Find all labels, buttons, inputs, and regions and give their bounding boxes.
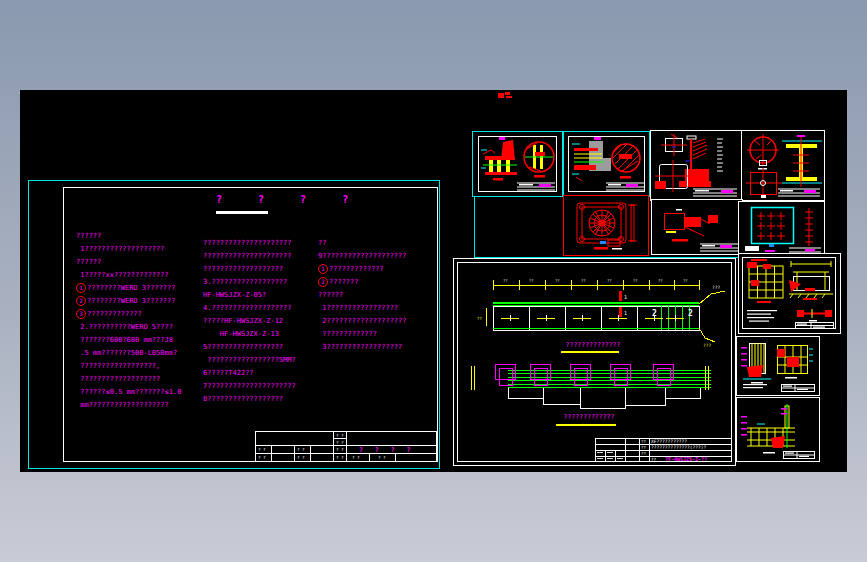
elevation-caption: ?????????????? — [563, 341, 623, 349]
detail-sheet-t4-drawing — [742, 131, 824, 200]
main-title-block: ?? ?? ?? XF??????????? ??????????????(??… — [595, 438, 732, 462]
note-line: 1????????WERO 3??????? — [76, 282, 208, 295]
detail-sheet-r2-drawing — [737, 337, 819, 395]
detail-sheet-m3[interactable] — [738, 201, 825, 257]
m3-title-strip — [789, 248, 821, 252]
flange-plan-detail — [655, 160, 691, 192]
tb-mark: ? ? — [336, 447, 344, 452]
m2-title-strip — [700, 244, 738, 251]
t2-title-strip — [606, 183, 644, 190]
leader-top-label: ??? — [712, 285, 720, 290]
cad-viewer-window: { "notes_sheet": { "title": "? ? ? ?", "… — [0, 0, 867, 562]
t1-title-strip — [517, 183, 555, 190]
detail-sheet-m2[interactable] — [651, 199, 743, 255]
girder-plan-figure — [471, 364, 711, 408]
circled-number-icon: 1 — [76, 283, 86, 293]
note-line: ??????????????????, — [76, 360, 208, 373]
tb-sheet-title: ? ? ? ? — [359, 446, 414, 454]
section-mark-label: 1 — [624, 310, 627, 316]
note-line: 3????????????? — [76, 308, 208, 321]
mast-detail — [679, 136, 723, 187]
r2-title-strip — [782, 385, 815, 392]
note-line: 3?????????????????? — [318, 341, 438, 354]
note-line: 7????????????????????? — [203, 380, 325, 393]
detail-sheet-t3[interactable] — [650, 130, 743, 201]
red-revision-mark — [497, 91, 513, 100]
dim-label: ?? — [503, 278, 508, 283]
tb-mark: ? ? — [297, 447, 305, 452]
detail-sheet-t1-drawing — [473, 132, 562, 196]
note-line: 1????????????? — [318, 263, 438, 276]
note-line: 1????????????????? — [318, 302, 438, 315]
note-line: .5 mm???????500-L050mm? — [76, 347, 208, 360]
ibeam-section-figure — [782, 135, 822, 187]
dim-label: ?? — [607, 278, 612, 283]
circled-number-icon: 2 — [76, 296, 86, 306]
tb-mark: ? ? — [336, 455, 344, 460]
note-line: 1??????????????????? — [76, 243, 208, 256]
note-line: HF-HWSJZX-Z-13 — [203, 328, 325, 341]
tb-mark: ? ? — [258, 455, 266, 460]
tb-field: ?? — [641, 439, 646, 444]
dim-label: ?? — [529, 278, 534, 283]
notes-title: ? ? ? ? — [216, 194, 336, 205]
note-line: ??????????????????? — [76, 373, 208, 386]
small-plate-detail — [661, 134, 687, 156]
circled-number-icon: 1 — [318, 264, 328, 274]
detail-sheet-t1[interactable] — [472, 131, 563, 197]
dim-label: ?? — [683, 278, 688, 283]
detail-sheet-r1[interactable] — [738, 253, 841, 334]
tb-field: ?? — [641, 445, 646, 450]
r3-title-strip — [784, 452, 815, 459]
tb-mark: ? ? — [258, 447, 266, 452]
tb-drawing-title: ??????????????(???)? — [651, 445, 707, 450]
circled-number-icon: 3 — [76, 309, 86, 319]
bracket-elevation-figure — [481, 137, 517, 181]
detail-sheet-r3-drawing — [737, 398, 819, 461]
main-girder-sheet[interactable]: ?? ?? ?? ?? ?? ?? ?? ?? 1 — [453, 258, 736, 466]
detail-sheet-m1[interactable] — [563, 195, 649, 256]
note-line: 2??????????????????? — [318, 315, 438, 328]
note-line: ??????????????????? — [203, 263, 325, 276]
note-line: HF-HWSJZX-Z-05? — [203, 289, 325, 302]
note-line: ?????????????????5MM? — [203, 354, 325, 367]
note-line: ?????? — [76, 256, 208, 269]
tb-mark: ? ? — [378, 455, 386, 460]
column-section-figure — [741, 343, 771, 384]
plan-caption: ????????????? — [558, 413, 620, 421]
left-dim-label: ?? — [477, 316, 482, 321]
r1-notes-lines — [747, 310, 777, 322]
anchor-bolt-crosses — [757, 212, 785, 240]
detail-sheet-m3-drawing — [739, 202, 824, 256]
deck-section-figure — [741, 404, 795, 454]
clamp-part-figure — [665, 209, 719, 242]
tb-project-name: XF??????????? — [651, 439, 687, 444]
dim-label: ?? — [581, 278, 586, 283]
tb-mark: ? ? — [297, 455, 305, 460]
note-line: 3.?????????????????? — [203, 276, 325, 289]
tb-mark: ? ? — [336, 433, 344, 438]
note-line: ?????? — [318, 289, 438, 302]
detail-sheet-r3[interactable] — [736, 397, 820, 462]
model-space-canvas[interactable]: ? ? ? ? ?????? 1????????????????????????… — [20, 90, 847, 472]
note-line: 5?????????????????? — [203, 341, 325, 354]
note-line: 2??????? — [318, 276, 438, 289]
notes-title-underline — [216, 211, 268, 214]
t4-title-strip — [778, 189, 820, 196]
note-line: 4.??????????????????? — [203, 302, 325, 315]
detail-sheet-r2[interactable] — [736, 336, 820, 396]
base-plate-figure — [746, 168, 782, 198]
tb-mark: ? ? — [352, 455, 360, 460]
m1-title-strip — [594, 247, 622, 250]
detail-sheet-t4[interactable] — [741, 130, 825, 201]
r2-notes-lines — [743, 384, 767, 388]
notes-column-3: ??9????????????????????1?????????????2??… — [318, 237, 438, 354]
detail-sheet-t2[interactable] — [563, 131, 650, 197]
note-line: 9???????????????????? — [318, 250, 438, 263]
tb-drawing-number: ?F-HWSJZX-Z-?? — [665, 456, 707, 462]
dim-label: ?? — [555, 278, 560, 283]
detail-circle-figure — [524, 142, 554, 178]
plate-section-figure — [572, 137, 611, 181]
note-line: ????????????????????? — [203, 237, 325, 250]
detail-sheet-t3-drawing — [651, 131, 742, 200]
